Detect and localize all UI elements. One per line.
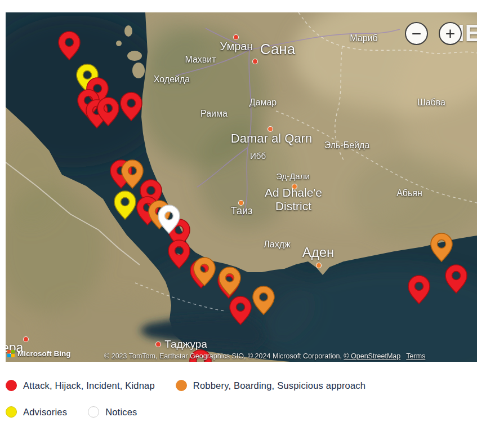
map-attribution: © 2023 TomTom, Earthstar Geographics SIO… xyxy=(104,352,425,360)
legend-marker-orange-icon xyxy=(176,380,187,391)
terms-link[interactable]: Terms xyxy=(406,352,425,360)
map-pin-red[interactable] xyxy=(445,265,467,293)
zoom-in-button[interactable]: + xyxy=(439,22,462,45)
map-pin-red[interactable] xyxy=(59,32,80,60)
legend-label-notices: Notices xyxy=(105,407,137,418)
bing-logo-text: Microsoft Bing xyxy=(17,349,71,358)
legend-label-attack: Attack, Hijack, Incident, Kidnap xyxy=(23,380,155,391)
map-pin-orange[interactable] xyxy=(431,233,452,261)
legend-item-notices: Notices xyxy=(88,406,137,418)
legend-item-advisories: Advisories xyxy=(6,406,67,418)
map-pin-yellow[interactable] xyxy=(114,191,136,219)
map-pin-red[interactable] xyxy=(408,276,430,304)
openstreetmap-link[interactable]: © OpenStreetMap xyxy=(344,352,400,360)
city-dot xyxy=(292,184,297,189)
legend-item-robbery: Robbery, Boarding, Suspicious approach xyxy=(176,380,365,391)
legend-row-1: Attack, Hijack, Incident, Kidnap Robbery… xyxy=(6,380,473,391)
legend-marker-white-icon xyxy=(88,406,99,418)
zoom-out-button[interactable]: − xyxy=(405,22,428,45)
bing-logo[interactable]: Microsoft Bing xyxy=(7,349,71,358)
map-markers-layer xyxy=(6,12,477,362)
city-dot xyxy=(316,263,322,268)
map-pin-white[interactable] xyxy=(158,205,180,233)
legend-label-advisories: Advisories xyxy=(23,407,67,418)
map-pin-orange[interactable] xyxy=(253,286,274,314)
plus-icon: + xyxy=(445,25,456,42)
city-dot xyxy=(268,127,273,132)
microsoft-logo-icon xyxy=(7,350,15,357)
legend-marker-yellow-icon xyxy=(6,406,17,418)
map-pin-red[interactable] xyxy=(230,296,251,325)
legend-row-2: Advisories Notices xyxy=(6,406,473,418)
legend-label-robbery: Robbery, Boarding, Suspicious approach xyxy=(193,380,365,391)
legend-marker-red-icon xyxy=(6,380,17,391)
city-dot xyxy=(24,337,29,342)
map-pin-red[interactable] xyxy=(168,240,190,268)
legend-item-attack: Attack, Hijack, Incident, Kidnap xyxy=(6,380,155,391)
city-dot xyxy=(239,201,244,206)
city-dot xyxy=(156,342,161,347)
attribution-copyright: © 2023 TomTom, Earthstar Geographics SIO… xyxy=(104,352,342,360)
minus-icon: − xyxy=(412,25,422,42)
map-legend: Attack, Hijack, Incident, Kidnap Robbery… xyxy=(6,380,473,433)
map-pin-red[interactable] xyxy=(121,92,142,121)
city-dot xyxy=(234,35,239,40)
map-canvas[interactable]: УмранСанаМахвитХодейдаМарибДамарРаимаDam… xyxy=(6,12,477,362)
city-dot xyxy=(253,59,258,64)
